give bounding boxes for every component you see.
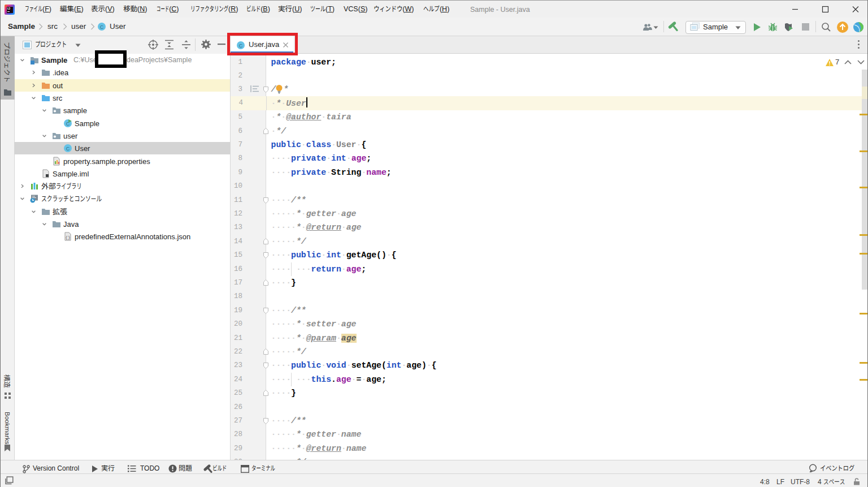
- svg-text:C: C: [100, 24, 104, 30]
- svg-text:C: C: [66, 146, 70, 152]
- svg-text:{}: {}: [65, 235, 71, 240]
